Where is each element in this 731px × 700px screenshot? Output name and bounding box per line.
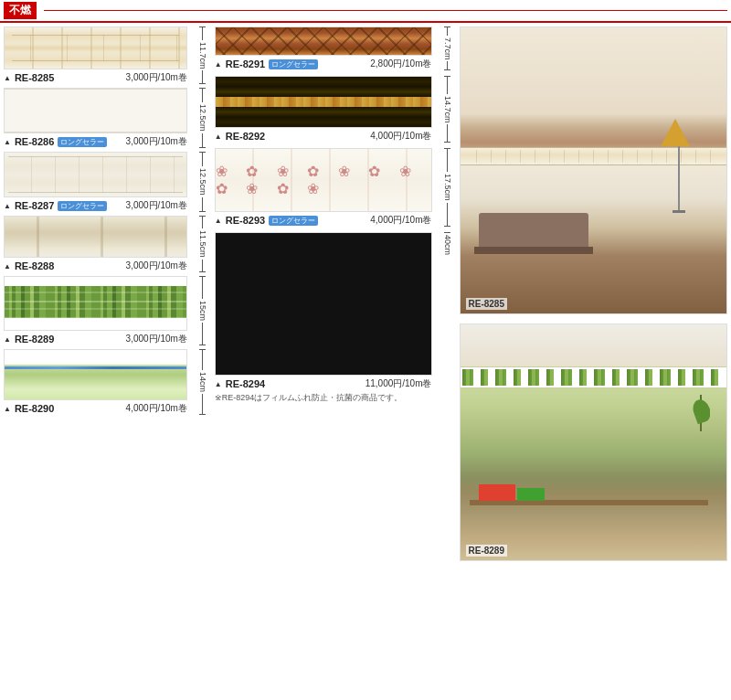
product-code-8292: RE-8292 (226, 131, 265, 142)
product-code-8289: RE-8289 (15, 334, 54, 345)
product-info-8293: ▲ RE-8293 ロングセラー 4,000円/10m巻 (215, 214, 432, 227)
product-image-re8292 (215, 76, 432, 128)
product-image-re8286 (4, 88, 187, 133)
note-8294: ※RE-8294はフィルムふれ防止・抗菌の商品です。 (215, 392, 432, 404)
product-price-8288: 3,000円/10m巻 (126, 260, 187, 272)
product-price-8285: 3,000円/10m巻 (126, 71, 187, 84)
product-item-re8294: 40cm ▲ RE-8294 11,000円/10m巻 ※RE-8294はフィル… (215, 232, 456, 404)
dimension-8288: 11.5cm (198, 216, 207, 272)
product-code-8290: RE-8290 (15, 403, 54, 414)
product-code-8293: RE-8293 (226, 215, 265, 226)
triangle-icon: ▲ (215, 60, 222, 69)
product-price-8291: 2,800円/10m巻 (370, 58, 431, 70)
product-item-re8287: 12.5cm ▲ RE-8287 ロングセラー 3,000円/10m巻 (4, 152, 211, 212)
product-info-8291: ▲ RE-8291 ロングセラー 2,800円/10m巻 (215, 58, 432, 70)
product-code-8288: RE-8288 (15, 260, 54, 271)
triangle-icon: ▲ (4, 335, 11, 344)
product-info-8287: ▲ RE-8287 ロングセラー 3,000円/10m巻 (4, 199, 187, 212)
pattern-8287 (5, 153, 186, 196)
right-column: RE-8285 RE-8289 (460, 27, 728, 561)
room-photo-code-8285: RE-8285 (466, 298, 507, 310)
dimension-8287: 12.5cm (198, 152, 207, 212)
product-info-8292: ▲ RE-8292 4,000円/10m巻 (215, 130, 432, 143)
long-seller-badge-8293: ロングセラー (269, 216, 318, 226)
triangle-icon: ▲ (4, 138, 11, 146)
product-info-8289: ▲ RE-8289 3,000円/10m巻 (4, 333, 187, 345)
dimension-8294: 40cm (443, 232, 452, 404)
product-image-re8289 (4, 276, 187, 331)
dimension-8290: 14cm (198, 349, 207, 415)
pattern-8286 (5, 89, 186, 133)
product-code-8291: RE-8291 (226, 58, 265, 69)
product-image-re8285 (4, 27, 187, 69)
product-item-re8292: 14.7cm ▲ RE-8292 4,000円/10m巻 (215, 76, 456, 143)
product-item-re8286: 12.5cm ▲ RE-8286 ロングセラー 3,000円/10m巻 (4, 88, 211, 148)
long-seller-badge-8286: ロングセラー (58, 137, 107, 147)
product-item-re8289: 15cm ▲ RE-8289 3,000円/10m巻 (4, 276, 211, 345)
product-info-8286: ▲ RE-8286 ロングセラー 3,000円/10m巻 (4, 135, 187, 148)
triangle-icon: ▲ (215, 380, 222, 388)
pattern-8289 (5, 277, 186, 330)
main-content: 11.7cm ▲ RE-8285 3,000円/10m巻 12.5cm (0, 23, 731, 565)
product-price-8294: 11,000円/10m巻 (366, 377, 432, 390)
room-photo-re8289: RE-8289 (460, 323, 728, 561)
pattern-8288 (5, 217, 186, 257)
triangle-icon: ▲ (4, 202, 11, 210)
product-image-re8293 (215, 148, 432, 212)
product-image-re8287 (4, 152, 187, 197)
dimension-8285: 11.7cm (198, 27, 207, 84)
product-price-8293: 4,000円/10m巻 (370, 214, 431, 227)
product-item-re8293: 17.5cm ▲ RE-8293 ロングセラー 4,000円/10m巻 (215, 148, 456, 227)
pattern-8292 (216, 77, 431, 127)
product-code-8294: RE-8294 (226, 378, 265, 389)
room-photo-code-8289: RE-8289 (466, 545, 507, 557)
product-image-re8294 (215, 232, 432, 376)
pattern-8291 (216, 27, 431, 55)
product-info-8294: ▲ RE-8294 11,000円/10m巻 (215, 377, 432, 390)
triangle-icon: ▲ (215, 217, 222, 225)
product-code-8287: RE-8287 (15, 200, 54, 211)
product-item-re8285: 11.7cm ▲ RE-8285 3,000円/10m巻 (4, 27, 211, 84)
product-image-re8288 (4, 216, 187, 258)
header: 不燃 (0, 0, 731, 23)
triangle-icon: ▲ (215, 133, 222, 141)
product-code-8286: RE-8286 (15, 136, 54, 147)
dimension-8286: 12.5cm (198, 88, 207, 148)
dimension-8289: 15cm (198, 276, 207, 345)
dimension-8293: 17.5cm (443, 148, 452, 227)
long-seller-badge-8287: ロングセラー (58, 201, 107, 211)
pattern-8294 (216, 233, 431, 375)
product-info-8288: ▲ RE-8288 3,000円/10m巻 (4, 260, 187, 272)
product-price-8287: 3,000円/10m巻 (126, 199, 187, 212)
product-image-re8291 (215, 27, 432, 56)
product-price-8290: 4,000円/10m巻 (126, 402, 187, 415)
pattern-8285 (5, 27, 186, 69)
triangle-icon: ▲ (4, 405, 11, 413)
product-info-8285: ▲ RE-8285 3,000円/10m巻 (4, 71, 187, 84)
triangle-icon: ▲ (4, 74, 11, 82)
header-divider (44, 10, 727, 11)
triangle-icon: ▲ (4, 262, 11, 270)
pattern-8290 (5, 350, 186, 399)
product-info-8290: ▲ RE-8290 4,000円/10m巻 (4, 402, 187, 415)
product-item-re8291: 7.7cm ▲ RE-8291 ロングセラー 2,800円/10m巻 (215, 27, 456, 70)
pattern-8293 (216, 149, 431, 211)
non-flammable-badge: 不燃 (4, 2, 37, 19)
product-price-8286: 3,000円/10m巻 (126, 135, 187, 148)
product-code-8285: RE-8285 (15, 72, 54, 83)
product-image-re8290 (4, 349, 187, 400)
product-price-8289: 3,000円/10m巻 (126, 333, 187, 345)
dimension-8291: 7.7cm (443, 27, 452, 70)
middle-column: 7.7cm ▲ RE-8291 ロングセラー 2,800円/10m巻 14.7c… (215, 27, 456, 561)
dimension-8292: 14.7cm (443, 76, 452, 143)
product-item-re8288: 11.5cm ▲ RE-8288 3,000円/10m巻 (4, 216, 211, 272)
product-price-8292: 4,000円/10m巻 (370, 130, 431, 143)
left-column: 11.7cm ▲ RE-8285 3,000円/10m巻 12.5cm (4, 27, 211, 561)
long-seller-badge-8291: ロングセラー (269, 59, 318, 69)
product-item-re8290: 14cm ▲ RE-8290 4,000円/10m巻 (4, 349, 211, 415)
room-photo-re8285: RE-8285 (460, 27, 728, 314)
